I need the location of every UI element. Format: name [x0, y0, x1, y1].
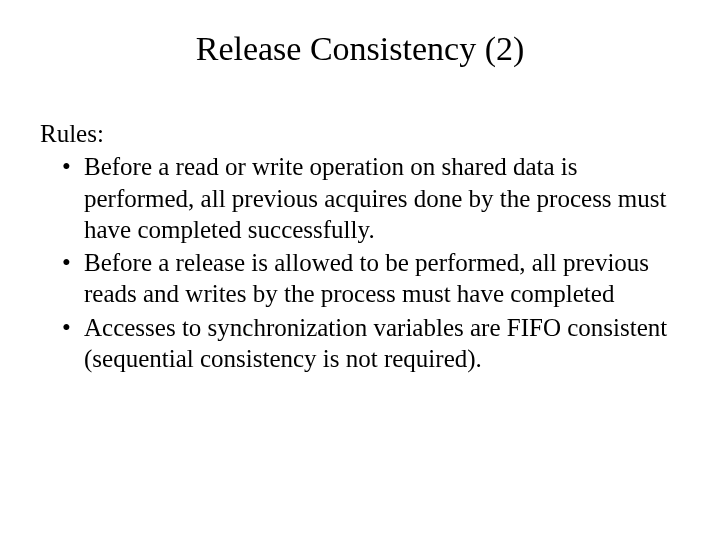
content-block: Rules: Before a read or write operation … [40, 118, 680, 374]
rules-label: Rules: [40, 118, 680, 149]
bullet-list: Before a read or write operation on shar… [40, 151, 680, 374]
list-item: Before a read or write operation on shar… [62, 151, 680, 245]
list-item: Accesses to synchronization variables ar… [62, 312, 680, 375]
list-item: Before a release is allowed to be perfor… [62, 247, 680, 310]
page-title: Release Consistency (2) [40, 30, 680, 68]
